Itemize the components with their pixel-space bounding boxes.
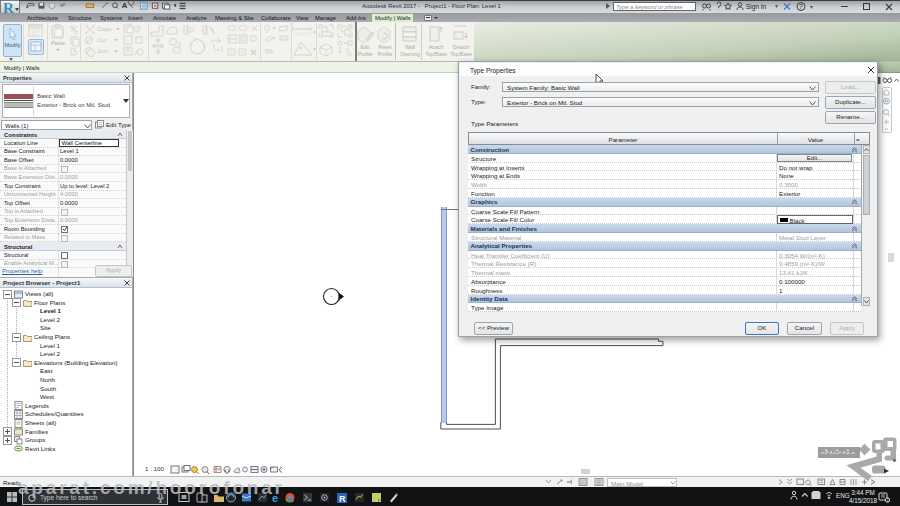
svg-text:Cope: Cope: [97, 26, 112, 32]
svg-text:Cut: Cut: [97, 37, 107, 43]
svg-text:Join: Join: [97, 48, 108, 54]
svg-text:R: R: [339, 493, 346, 503]
svg-text:?: ?: [799, 3, 803, 10]
svg-text:A: A: [122, 1, 128, 10]
svg-text:Sign In: Sign In: [746, 3, 767, 11]
